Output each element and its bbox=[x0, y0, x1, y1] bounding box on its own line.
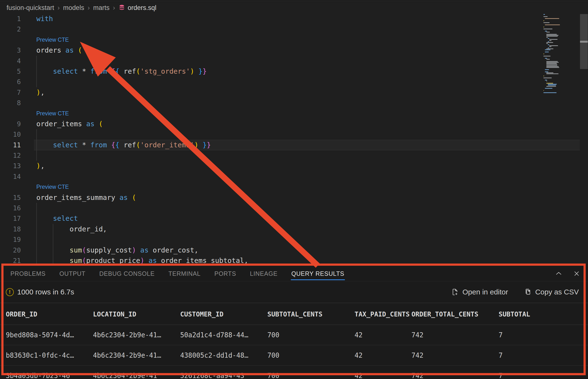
panel-tab-terminal[interactable]: TERMINAL bbox=[168, 266, 200, 281]
minimap-line bbox=[546, 72, 553, 73]
line-number: 3 bbox=[0, 45, 21, 55]
minimap-line bbox=[545, 49, 550, 50]
column-header-location_id[interactable]: LOCATION_ID bbox=[93, 310, 180, 318]
preview-cte-lens[interactable]: Preview CTE bbox=[36, 37, 69, 43]
panel-tab-bar: PROBLEMSOUTPUTDEBUG CONSOLETERMINALPORTS… bbox=[10, 266, 544, 281]
code-line-2[interactable]: 2 bbox=[0, 24, 588, 34]
copy-as-csv-button[interactable]: Copy as CSV bbox=[524, 288, 579, 296]
minimap-line bbox=[546, 37, 548, 38]
minimap-line bbox=[546, 65, 557, 66]
column-header-customer_id[interactable]: CUSTOMER_ID bbox=[180, 310, 267, 318]
code-line-17[interactable]: 17 select bbox=[0, 213, 588, 224]
editor-scrollbar[interactable] bbox=[580, 14, 588, 264]
line-number: 16 bbox=[0, 203, 21, 213]
panel-tab-debug-console[interactable]: DEBUG CONSOLE bbox=[99, 266, 155, 281]
code-line-11[interactable]: 11 select * from {{ ref('order_items') }… bbox=[0, 140, 588, 150]
minimap-line bbox=[545, 80, 547, 80]
minimap-line bbox=[546, 42, 553, 43]
code-lens-row: Preview CTE bbox=[0, 108, 588, 119]
table-cell: 4b6c2304-2b9e-41 bbox=[93, 372, 180, 379]
code-line-1[interactable]: 1with bbox=[0, 14, 588, 24]
minimap-line bbox=[546, 35, 558, 36]
minimap-line bbox=[543, 29, 552, 29]
minimap-line bbox=[545, 31, 547, 32]
code-text: orders as ( bbox=[36, 45, 82, 55]
code-line-16[interactable]: 16 bbox=[0, 203, 588, 213]
code-line-13[interactable]: 13), bbox=[0, 161, 588, 171]
minimap-line bbox=[549, 40, 551, 41]
close-panel-icon[interactable] bbox=[573, 269, 581, 278]
code-line-21[interactable]: 21 sum(product_price) as order_items_sub… bbox=[0, 255, 588, 264]
open-file-icon bbox=[451, 288, 459, 296]
line-number: 18 bbox=[0, 224, 21, 234]
indent-guide bbox=[36, 203, 37, 213]
table-cell: 4b6c2304-2b9e-41… bbox=[93, 331, 180, 339]
maximize-panel-icon[interactable] bbox=[555, 269, 563, 278]
column-header-order_total_cents[interactable]: ORDER_TOTAL_CENTS bbox=[411, 310, 499, 318]
code-text: with bbox=[36, 14, 53, 24]
minimap-line bbox=[548, 38, 549, 39]
panel-tab-query-results[interactable]: QUERY RESULTS bbox=[291, 266, 344, 281]
code-line-15[interactable]: 15order_items_summary as ( bbox=[0, 192, 588, 203]
column-header-order_id[interactable]: ORDER_ID bbox=[6, 310, 93, 318]
minimap-line bbox=[546, 73, 558, 74]
panel-tab-lineage[interactable]: LINEAGE bbox=[250, 266, 278, 281]
breadcrumb-separator: › bbox=[88, 4, 90, 12]
table-row-2[interactable]: b83630c1-0fdc-4c…4b6c2304-2b9e-41…438005… bbox=[0, 345, 588, 366]
code-line-12[interactable]: 12 bbox=[0, 150, 588, 161]
minimap-line bbox=[545, 71, 548, 72]
breadcrumb-item[interactable]: fusion-quickstart bbox=[7, 4, 54, 12]
line-number: 4 bbox=[0, 56, 21, 66]
line-number: 15 bbox=[0, 192, 21, 203]
code-lens-row: Preview CTE bbox=[0, 182, 588, 192]
line-number: 6 bbox=[0, 77, 21, 87]
column-header-subtotal[interactable]: SUBTOTAL bbox=[499, 310, 588, 318]
breadcrumb-file[interactable]: orders.sql bbox=[119, 4, 156, 12]
code-line-4[interactable]: 4 bbox=[0, 56, 588, 66]
table-cell: 5261268c-aa94-43 bbox=[180, 372, 267, 379]
code-line-18[interactable]: 18 order_id, bbox=[0, 224, 588, 234]
code-line-5[interactable]: 5 select * from {{ ref('stg_orders') }} bbox=[0, 66, 588, 77]
warning-circle-icon: ! bbox=[6, 288, 14, 296]
code-line-20[interactable]: 20 sum(supply_cost) as order_cost, bbox=[0, 245, 588, 255]
code-text: select * from {{ ref('order_items') }} bbox=[36, 140, 211, 150]
code-line-19[interactable]: 19 bbox=[0, 234, 588, 245]
open-in-editor-button[interactable]: Open in editor bbox=[451, 288, 508, 296]
code-line-8[interactable]: 8 bbox=[0, 98, 588, 108]
code-line-6[interactable]: 6 bbox=[0, 77, 588, 87]
preview-cte-lens[interactable]: Preview CTE bbox=[36, 184, 69, 190]
preview-cte-lens[interactable]: Preview CTE bbox=[36, 110, 69, 117]
table-cell: 742 bbox=[411, 372, 499, 379]
minimap-line bbox=[548, 85, 556, 86]
table-cell: 742 bbox=[411, 351, 499, 359]
code-line-7[interactable]: 7), bbox=[0, 87, 588, 98]
panel-tab-output[interactable]: OUTPUT bbox=[59, 266, 86, 281]
panel-tab-ports[interactable]: PORTS bbox=[214, 266, 236, 281]
scrollbar-cursor-marker bbox=[580, 41, 588, 43]
table-cell: 7 bbox=[499, 372, 588, 379]
column-header-tax_paid_cents[interactable]: TAX_PAID_CENTS bbox=[355, 310, 411, 318]
breadcrumb-item[interactable]: models bbox=[63, 4, 84, 12]
line-number: 11 bbox=[0, 140, 21, 150]
minimap[interactable] bbox=[542, 14, 580, 263]
minimap-line bbox=[543, 14, 545, 15]
minimap-line bbox=[546, 66, 559, 67]
table-row-1[interactable]: 9bed808a-5074-4d…4b6c2304-2b9e-41…50a2d1… bbox=[0, 325, 588, 345]
line-number: 2 bbox=[0, 24, 21, 34]
minimap-line bbox=[545, 24, 560, 25]
copy-icon bbox=[524, 288, 532, 296]
code-line-14[interactable]: 14 bbox=[0, 171, 588, 182]
breadcrumb-item[interactable]: marts bbox=[93, 4, 110, 12]
code-line-3[interactable]: 3orders as ( bbox=[0, 45, 588, 55]
code-text: ), bbox=[36, 87, 45, 98]
line-number: 14 bbox=[0, 171, 21, 182]
code-line-10[interactable]: 10 bbox=[0, 129, 588, 140]
line-number: 12 bbox=[0, 150, 21, 161]
panel-tab-problems[interactable]: PROBLEMS bbox=[10, 266, 45, 281]
table-row-3[interactable]: 3b4a03db-7b23-464b6c2304-2b9e-415261268c… bbox=[0, 366, 588, 379]
column-header-subtotal_cents[interactable]: SUBTOTAL_CENTS bbox=[267, 310, 355, 318]
minimap-line bbox=[546, 81, 547, 81]
code-editor[interactable]: 1with2Preview CTE3orders as (45 select *… bbox=[0, 14, 588, 264]
code-line-9[interactable]: 9order_items as ( bbox=[0, 119, 588, 129]
minimap-line bbox=[546, 83, 553, 84]
